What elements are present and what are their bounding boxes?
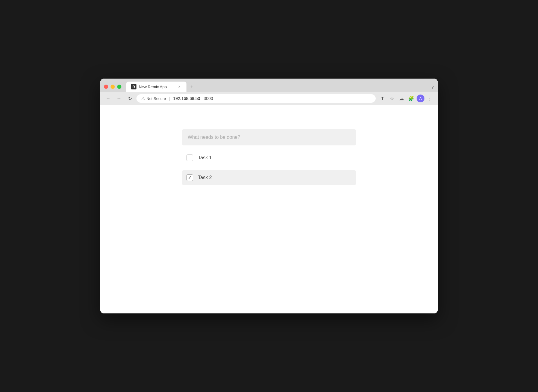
checkmark-icon: ✓ bbox=[188, 175, 192, 180]
tab-row: R New Remix App × + ∨ bbox=[100, 79, 438, 92]
menu-button[interactable]: ⋮ bbox=[426, 94, 434, 103]
title-bar: R New Remix App × + ∨ ← → ↻ ⚠ Not Secure… bbox=[100, 79, 438, 105]
todo-item-2[interactable]: ✓ Task 2 bbox=[182, 170, 356, 185]
reload-button[interactable]: ↻ bbox=[126, 94, 134, 103]
close-window-button[interactable] bbox=[104, 85, 108, 89]
todo-input[interactable] bbox=[182, 129, 356, 145]
forward-button[interactable]: → bbox=[115, 94, 123, 103]
todo-container: Task 1 ✓ Task 2 bbox=[182, 129, 356, 185]
tab-title: New Remix App bbox=[139, 85, 174, 89]
tab-close-button[interactable]: × bbox=[177, 84, 182, 89]
traffic-lights bbox=[104, 85, 121, 92]
url-separator: | bbox=[169, 96, 170, 101]
browser-window: R New Remix App × + ∨ ← → ↻ ⚠ Not Secure… bbox=[100, 79, 438, 313]
toolbar-icons: ⬆ ☆ ☁ 🧩 A ⋮ bbox=[378, 94, 434, 103]
url-port: :3000 bbox=[202, 96, 213, 101]
todo-checkbox-2[interactable]: ✓ bbox=[186, 174, 193, 181]
warning-icon: ⚠ bbox=[141, 96, 145, 101]
share-button[interactable]: ⬆ bbox=[378, 94, 386, 103]
new-tab-button[interactable]: + bbox=[188, 83, 196, 91]
url-host: 192.168.68.50 bbox=[173, 96, 200, 101]
security-label: Not Secure bbox=[146, 96, 166, 101]
todo-label-2: Task 2 bbox=[198, 175, 212, 180]
bookmark-button[interactable]: ☆ bbox=[388, 94, 396, 103]
page-content: Task 1 ✓ Task 2 bbox=[100, 105, 438, 313]
todo-checkbox-1[interactable] bbox=[186, 154, 193, 161]
back-button[interactable]: ← bbox=[104, 94, 112, 103]
cloud-button[interactable]: ☁ bbox=[397, 94, 406, 103]
minimize-window-button[interactable] bbox=[111, 85, 115, 89]
profile-avatar[interactable]: A bbox=[417, 95, 424, 102]
todo-item-1[interactable]: Task 1 bbox=[182, 150, 356, 165]
tab-favicon: R bbox=[131, 84, 136, 89]
address-bar-row: ← → ↻ ⚠ Not Secure | 192.168.68.50 :3000… bbox=[100, 92, 438, 105]
maximize-window-button[interactable] bbox=[117, 85, 121, 89]
security-warning: ⚠ Not Secure bbox=[141, 96, 166, 101]
tabs-dropdown-button[interactable]: ∨ bbox=[431, 85, 434, 89]
active-tab[interactable]: R New Remix App × bbox=[126, 82, 186, 92]
todo-label-1: Task 1 bbox=[198, 155, 212, 160]
extensions-button[interactable]: 🧩 bbox=[407, 94, 415, 103]
address-bar[interactable]: ⚠ Not Secure | 192.168.68.50 :3000 bbox=[136, 94, 376, 103]
